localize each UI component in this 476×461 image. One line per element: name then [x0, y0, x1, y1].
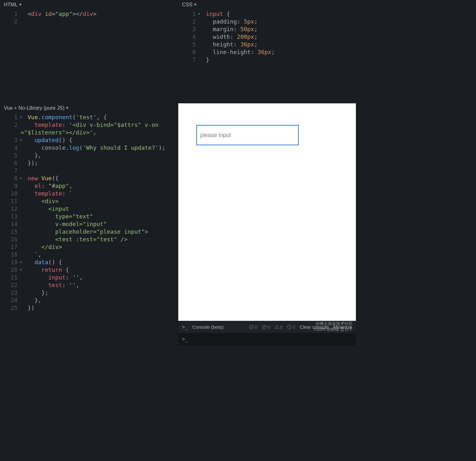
js-pane: Vue + No-Library (pure JS) ▼ 1▼Vue.compo… — [0, 103, 178, 346]
svg-line-3 — [263, 326, 265, 328]
code-line[interactable]: 25}) — [0, 304, 178, 312]
console-input[interactable]: >_ — [178, 333, 356, 346]
code-content: template: ` — [21, 190, 178, 197]
fold-icon[interactable]: ▼ — [20, 266, 22, 274]
js-pane-header[interactable]: Vue + No-Library (pure JS) ▼ — [0, 103, 178, 114]
console-forbidden-count[interactable]: 0 — [262, 325, 270, 330]
warning-icon — [275, 325, 279, 329]
fold-icon[interactable]: ▼ — [20, 114, 22, 121]
code-line[interactable]: 8▼new Vue({ — [0, 175, 178, 182]
info-icon — [287, 325, 292, 329]
code-content: console.log('Why should I update?'); — [21, 144, 178, 152]
code-line[interactable]: 7 — [0, 167, 178, 175]
code-line[interactable]: 13 type="text" — [0, 213, 178, 220]
code-line[interactable]: 16 <test :test="test" /> — [0, 236, 178, 243]
code-line[interactable]: 1▼Vue.component('test', { — [0, 114, 178, 121]
chevron-down-icon: ▼ — [19, 3, 22, 6]
line-number: 7 — [178, 56, 199, 64]
line-number: 4 — [0, 144, 21, 152]
line-number: 9 — [0, 182, 21, 190]
line-number: 2 — [0, 18, 21, 25]
html-editor[interactable]: 1<div id="app"></div>2 — [0, 10, 178, 25]
code-line[interactable]: 10 template: ` — [0, 190, 178, 197]
code-line[interactable]: 24 }, — [0, 297, 178, 304]
code-line[interactable]: 2 — [0, 18, 178, 25]
code-line[interactable]: 6}); — [0, 159, 178, 167]
line-number: 18 — [0, 251, 21, 258]
code-line[interactable]: 12 <input — [0, 205, 178, 213]
code-line[interactable]: 7} — [178, 56, 356, 64]
code-content: <input — [21, 205, 178, 213]
console-prompt-icon: >_ — [182, 324, 188, 330]
code-line[interactable]: 2 padding: 5px; — [178, 18, 356, 25]
code-content: margin: 50px; — [199, 25, 356, 33]
console-info-count[interactable]: 0 — [287, 325, 295, 330]
line-number: 15 — [0, 228, 21, 236]
fold-icon[interactable]: ▼ — [20, 258, 22, 266]
code-line[interactable]: 1▼input { — [178, 10, 356, 18]
line-number: 24 — [0, 297, 21, 304]
console-warn-count[interactable]: 0 — [275, 325, 283, 330]
chevron-down-icon: ▼ — [194, 3, 197, 6]
code-content: el: "#app", — [21, 182, 178, 190]
line-number: 8▼ — [0, 175, 21, 182]
code-line[interactable]: 23 }; — [0, 289, 178, 297]
js-editor[interactable]: 1▼Vue.component('test', {2 template: '<d… — [0, 114, 178, 312]
fold-icon[interactable]: ▼ — [20, 175, 22, 182]
preview-body — [178, 103, 356, 321]
line-number: 10 — [0, 190, 21, 197]
code-line[interactable]: 14 v-model="input" — [0, 220, 178, 228]
code-content: <div> — [21, 197, 178, 205]
code-content: input { — [199, 10, 356, 18]
code-content: }); — [21, 159, 178, 167]
fold-icon[interactable]: ▼ — [198, 10, 200, 18]
code-content: `, — [21, 251, 178, 258]
code-line[interactable]: 4 console.log('Why should I update?'); — [0, 144, 178, 152]
code-line[interactable]: 22 test: '', — [0, 281, 178, 289]
code-line[interactable]: 21 input: '', — [0, 274, 178, 281]
line-number: 25 — [0, 304, 21, 312]
line-number: 1▼ — [178, 10, 199, 18]
line-number: 3▼ — [0, 136, 21, 144]
watermark-line: @稀土掘金技术社区 — [314, 321, 353, 327]
code-content: </div> — [21, 243, 178, 251]
forbidden-icon — [249, 325, 254, 329]
code-line[interactable]: 6 line-height: 36px; — [178, 48, 356, 56]
html-pane-label: HTML — [4, 2, 18, 8]
code-line[interactable]: 1<div id="app"></div> — [0, 10, 178, 18]
line-number: 5 — [178, 41, 199, 48]
line-number: 14 — [0, 220, 21, 228]
code-line[interactable]: 5 height: 36px; — [178, 41, 356, 48]
code-content: template: '<div v-bind="$attrs" v-on — [21, 121, 178, 129]
code-line[interactable]: 5 }, — [0, 152, 178, 159]
code-line[interactable]: 3 margin: 50px; — [178, 25, 356, 33]
code-line[interactable]: ="$listeners"></div>', — [0, 129, 178, 136]
js-pane-label: Vue + No-Library (pure JS) — [4, 105, 65, 111]
code-content: data() { — [21, 258, 178, 266]
css-pane-header[interactable]: CSS ▼ — [178, 0, 356, 10]
code-line[interactable]: 15 placeholder="please input"> — [0, 228, 178, 236]
code-content: placeholder="please input"> — [21, 228, 178, 236]
preview-text-input[interactable] — [196, 125, 299, 145]
code-line[interactable]: 4 width: 200px; — [178, 33, 356, 41]
forbidden-icon — [262, 325, 267, 329]
fold-icon[interactable]: ▼ — [20, 136, 22, 144]
code-content: <div id="app"></div> — [21, 10, 178, 18]
html-pane-header[interactable]: HTML ▼ — [0, 0, 178, 10]
code-line[interactable]: 20▼ return { — [0, 266, 178, 274]
console-label[interactable]: Console (beta) — [192, 324, 223, 330]
code-line[interactable]: 3▼ updated() { — [0, 136, 178, 144]
code-content: }; — [21, 289, 178, 297]
line-number: 6 — [178, 48, 199, 56]
console-error-count[interactable]: 0 — [249, 325, 257, 330]
code-line[interactable]: 17 </div> — [0, 243, 178, 251]
html-pane: HTML ▼ 1<div id="app"></div>2 — [0, 0, 178, 103]
code-line[interactable]: 19▼ data() { — [0, 258, 178, 266]
code-line[interactable]: 11 <div> — [0, 197, 178, 205]
chevron-down-icon: ▼ — [65, 106, 69, 110]
code-line[interactable]: 18 `, — [0, 251, 178, 258]
svg-line-1 — [250, 326, 253, 328]
css-editor[interactable]: 1▼input {2 padding: 5px;3 margin: 50px;4… — [178, 10, 356, 64]
code-line[interactable]: 9 el: "#app", — [0, 182, 178, 190]
code-line[interactable]: 2 template: '<div v-bind="$attrs" v-on — [0, 121, 178, 129]
